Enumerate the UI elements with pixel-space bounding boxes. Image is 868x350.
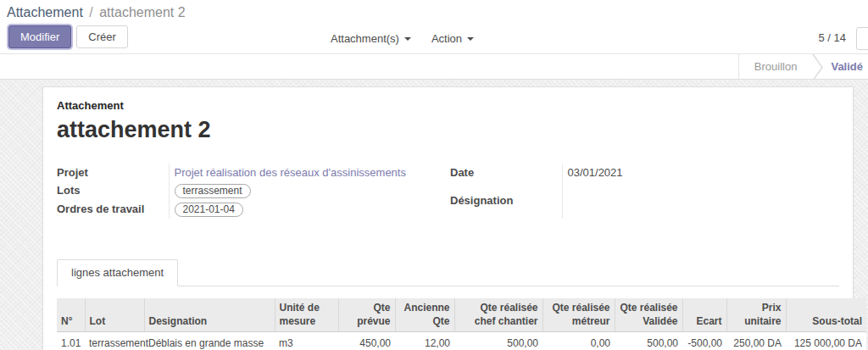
field-row-projet: Projet Projet réalisation des réseaux d'… — [57, 164, 450, 181]
field-label-lots: Lots — [57, 181, 169, 200]
col-header-lot[interactable]: Lot — [85, 298, 144, 332]
table-header-row: N° Lot Designation Unité de mesure Qte p… — [57, 298, 866, 332]
action-dropdown[interactable]: Action — [421, 28, 484, 49]
field-label-ordres: Ordres de travail — [57, 200, 169, 219]
status-arrow-icon — [812, 54, 824, 80]
notebook: lignes attachement N° Lot — [57, 259, 839, 350]
field-row-lots: Lots terrassement — [57, 181, 450, 200]
field-value-designation — [562, 192, 839, 219]
field-label-projet: Projet — [57, 164, 169, 181]
app-window: Attachement / attachement 2 Modifier Cré… — [0, 0, 868, 350]
dropdown-group: Attachment(s) Action — [320, 28, 484, 49]
control-panel: Attachement / attachement 2 Modifier Cré… — [0, 0, 868, 53]
document-type-label: Attachement — [57, 99, 839, 112]
cell-designation: Déblais en grande masse pour tout terrai… — [144, 332, 275, 350]
record-title: attachement 2 — [57, 116, 839, 143]
col-header-designation[interactable]: Designation — [144, 298, 275, 332]
field-row-designation: Désignation — [450, 192, 839, 219]
action-dropdown-label: Action — [431, 32, 462, 45]
col-header-numero[interactable]: N° — [57, 298, 85, 332]
projet-link[interactable]: Projet réalisation des réseaux d'assinis… — [175, 166, 406, 179]
cell-numero: 1.01 — [57, 332, 85, 350]
ordre-travail-tag[interactable]: 2021-01-04 — [175, 203, 243, 217]
tab-lignes-attachement[interactable]: lignes attachement — [57, 259, 178, 286]
edit-button[interactable]: Modifier — [8, 25, 71, 48]
field-value-ordres: 2021-01-04 — [169, 200, 450, 219]
field-group-right: Date 03/01/2021 Désignation — [450, 164, 839, 219]
tab-bar: lignes attachement — [57, 259, 839, 286]
cell-qte-realisee-chef: 500,00 — [454, 332, 542, 350]
cell-qte-realisee-metreur: 0,00 — [542, 332, 615, 350]
field-row-ordres: Ordres de travail 2021-01-04 — [57, 200, 450, 219]
breadcrumb: Attachement / attachement 2 — [0, 0, 868, 23]
status-label: Validé — [824, 54, 868, 79]
create-button[interactable]: Créer — [76, 25, 128, 48]
status-step-valide[interactable]: Validé — [824, 54, 868, 79]
col-header-qte-realisee-chef[interactable]: Qte réalisée chef chantier — [454, 298, 542, 332]
caret-down-icon — [467, 37, 474, 41]
col-header-qte-realisee-metreur[interactable]: Qte réalisée métreur — [542, 298, 615, 332]
button-bar: Modifier Créer Attachment(s) Action 5 / … — [0, 23, 868, 53]
field-value-projet: Projet réalisation des réseaux d'assinis… — [169, 164, 450, 181]
form-sheet: Attachement attachement 2 Projet Projet … — [42, 86, 854, 350]
col-header-unite-mesure[interactable]: Unité de mesure — [275, 298, 338, 332]
cell-prix-unitaire: 250,00 DA — [726, 332, 786, 350]
cell-qte-prevue: 450,00 — [338, 332, 395, 350]
field-value-date: 03/01/2021 — [562, 164, 839, 192]
breadcrumb-parent-link[interactable]: Attachement — [7, 5, 83, 19]
form-view-canvas: Attachement attachement 2 Projet Projet … — [0, 80, 868, 350]
col-header-qte-realisee-validee[interactable]: Qte réalisée Validée — [615, 298, 682, 332]
cell-unite-mesure: m3 — [275, 332, 338, 350]
col-header-ancienne-qte[interactable]: Ancienne Qte — [395, 298, 454, 332]
breadcrumb-separator: / — [86, 5, 95, 19]
breadcrumb-current: attachement 2 — [99, 5, 185, 19]
cell-lot: terrassement — [85, 332, 144, 350]
attachments-dropdown-label: Attachment(s) — [331, 32, 399, 45]
field-groups: Projet Projet réalisation des réseaux d'… — [57, 164, 839, 219]
field-label-date: Date — [450, 164, 562, 192]
cell-sous-total: 125 000,00 DA — [786, 332, 866, 350]
status-step-brouillon[interactable]: Brouillon — [738, 54, 813, 79]
col-header-sous-total[interactable]: Sous-total — [786, 298, 866, 332]
pager-counter: 5 / 14 — [818, 31, 846, 44]
table-row[interactable]: 1.01 terrassement Déblais en grande mass… — [57, 332, 866, 350]
field-value-lots: terrassement — [169, 181, 450, 200]
field-group-left: Projet Projet réalisation des réseaux d'… — [57, 164, 450, 219]
col-header-qte-prevue[interactable]: Qte prévue — [338, 298, 395, 332]
col-header-ecart[interactable]: Ecart — [682, 298, 726, 332]
cell-ancienne-qte: 12,00 — [395, 332, 454, 350]
lines-table: N° Lot Designation Unité de mesure Qte p… — [57, 298, 866, 350]
field-row-date: Date 03/01/2021 — [450, 164, 839, 192]
cell-qte-realisee-validee: 500,00 — [615, 332, 682, 350]
cell-ecart: -500,00 — [682, 332, 726, 350]
caret-down-icon — [404, 37, 411, 41]
lines-table-container: N° Lot Designation Unité de mesure Qte p… — [57, 298, 839, 350]
lot-tag[interactable]: terrassement — [175, 184, 251, 198]
pager-nav-buttons[interactable] — [856, 27, 868, 50]
status-label: Brouillon — [739, 54, 813, 79]
col-header-prix-unitaire[interactable]: Prix unitaire — [726, 298, 786, 332]
statusbar: Brouillon Validé — [0, 53, 868, 80]
attachments-dropdown[interactable]: Attachment(s) — [320, 28, 421, 49]
field-label-designation: Désignation — [450, 192, 562, 219]
